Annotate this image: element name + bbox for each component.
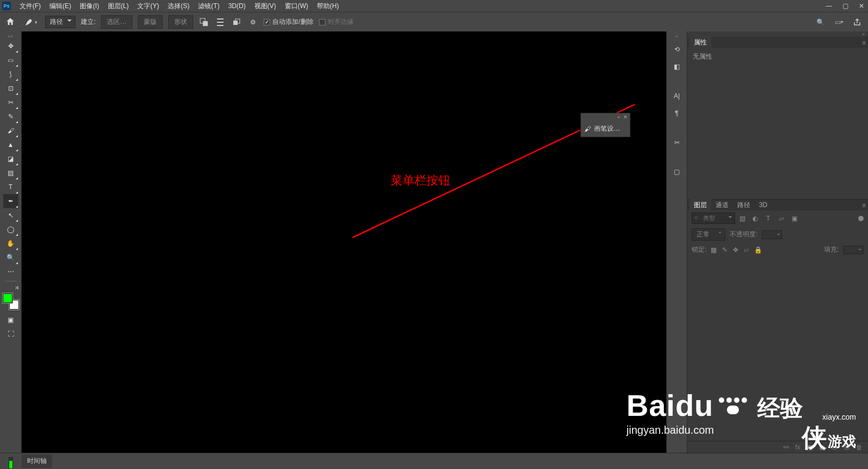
- filter-adjust-icon[interactable]: ◐: [751, 215, 759, 222]
- quick-mask-button[interactable]: ▣: [3, 313, 18, 327]
- move-tool[interactable]: ✥: [3, 39, 18, 53]
- 3d-tab[interactable]: 3D: [755, 200, 771, 210]
- menu-filter[interactable]: 滤镜(T): [194, 0, 224, 12]
- make-mask-button[interactable]: 蒙版: [138, 15, 163, 29]
- swap-colors-icon[interactable]: ⤭: [3, 284, 19, 291]
- layer-kind-filter[interactable]: 类型: [692, 213, 735, 224]
- maximize-button[interactable]: ▢: [841, 2, 850, 10]
- close-button[interactable]: ✕: [857, 2, 866, 10]
- tool-preset-picker[interactable]: ▾: [22, 16, 40, 28]
- quick-select-tool[interactable]: ⊡: [3, 81, 18, 95]
- path-operations-icon[interactable]: [199, 17, 209, 28]
- layer-style-icon[interactable]: fx: [795, 444, 800, 451]
- timeline-tab[interactable]: 时间轴: [22, 454, 52, 468]
- filter-pixel-icon[interactable]: ▧: [738, 215, 746, 222]
- strip-collapse-grip[interactable]: »: [675, 34, 678, 39]
- layer-group-icon[interactable]: 🗀: [831, 444, 838, 451]
- path-select-tool[interactable]: ↖: [3, 208, 18, 222]
- delete-layer-icon[interactable]: 🗑: [856, 444, 863, 451]
- layers-tab[interactable]: 图层: [690, 199, 711, 211]
- pen-tool[interactable]: ✒: [3, 194, 18, 208]
- channels-tab[interactable]: 通道: [711, 199, 733, 211]
- fill-input[interactable]: [843, 246, 864, 254]
- lock-all-icon[interactable]: 🔒: [754, 246, 762, 254]
- opacity-input[interactable]: [762, 230, 782, 239]
- menu-edit[interactable]: 编辑(E): [45, 0, 75, 12]
- menu-image[interactable]: 图像(I): [75, 0, 103, 12]
- crop-tool[interactable]: ✂: [3, 95, 18, 110]
- panel-menu-icon[interactable]: ≡: [862, 202, 866, 209]
- eyedropper-tool[interactable]: ✎: [3, 110, 18, 124]
- search-icon[interactable]: 🔍: [815, 17, 826, 28]
- path-arrangement-icon[interactable]: [231, 17, 242, 28]
- edit-toolbar-button[interactable]: ⋯: [3, 265, 18, 279]
- menu-view[interactable]: 视图(V): [250, 0, 280, 12]
- color-swatches[interactable]: [3, 293, 19, 310]
- character-icon[interactable]: A|: [670, 89, 684, 103]
- blend-mode-select[interactable]: 正常: [692, 228, 725, 241]
- stamp-tool[interactable]: ▲: [3, 138, 18, 152]
- brush-tool[interactable]: 🖌: [3, 124, 18, 138]
- adjustment-layer-icon[interactable]: ◐: [819, 444, 825, 451]
- adjustments-icon[interactable]: ◧: [670, 60, 684, 74]
- no-properties-text: 无属性: [693, 53, 712, 60]
- gear-icon[interactable]: ⚙: [247, 17, 258, 28]
- lock-pixels-icon[interactable]: ✎: [722, 246, 727, 254]
- collapse-icon[interactable]: »: [617, 114, 620, 120]
- link-layers-icon[interactable]: ⚯: [783, 444, 789, 451]
- auto-add-delete-checkbox[interactable]: 自动添加/删除: [264, 17, 313, 27]
- lasso-tool[interactable]: ⟆: [3, 67, 18, 81]
- make-selection-button[interactable]: 选区…: [101, 15, 132, 29]
- path-alignment-icon[interactable]: [215, 17, 226, 28]
- brush-panel-header[interactable]: »✕: [581, 113, 630, 121]
- tool-mode-select[interactable]: 路径: [45, 16, 75, 28]
- filter-shape-icon[interactable]: ▱: [777, 215, 785, 222]
- canvas-area[interactable]: 菜单栏按钮 »✕ 🖌 画笔设…: [22, 31, 666, 453]
- ellipse-tool[interactable]: ◯: [3, 222, 18, 236]
- make-shape-button[interactable]: 形状: [168, 15, 193, 29]
- new-layer-icon[interactable]: ⊞: [844, 444, 850, 451]
- history-icon[interactable]: ⟲: [670, 42, 684, 56]
- layers-list[interactable]: [687, 256, 868, 441]
- menu-3d[interactable]: 3D(D): [224, 1, 250, 11]
- marquee-tool[interactable]: ▭: [3, 53, 18, 67]
- paragraph-icon[interactable]: ¶: [670, 106, 684, 120]
- screen-mode-button[interactable]: ⛶: [3, 327, 18, 341]
- panels-collapse-grip[interactable]: »: [687, 31, 868, 37]
- brush-settings-panel[interactable]: »✕ 🖌 画笔设…: [580, 113, 630, 137]
- libraries-icon[interactable]: ▢: [670, 165, 684, 179]
- brush-settings-item[interactable]: 🖌 画笔设…: [581, 121, 630, 137]
- eraser-tool[interactable]: ◪: [3, 152, 18, 166]
- menu-file[interactable]: 文件(F): [15, 0, 45, 12]
- type-tool[interactable]: T: [3, 180, 18, 194]
- align-edges-checkbox[interactable]: 对齐边缘: [319, 17, 354, 27]
- menu-type[interactable]: 文字(Y): [133, 0, 163, 12]
- menu-layer[interactable]: 图层(L): [104, 0, 133, 12]
- filter-toggle[interactable]: [858, 216, 864, 221]
- menu-window[interactable]: 窗口(W): [280, 0, 312, 12]
- filter-smart-icon[interactable]: ▣: [790, 215, 798, 222]
- filter-type-icon[interactable]: T: [764, 215, 772, 222]
- tools-icon[interactable]: ✂: [670, 136, 684, 150]
- lock-transparency-icon[interactable]: ▩: [711, 246, 717, 254]
- workspace-switcher-icon[interactable]: ▭ ▾: [833, 17, 844, 28]
- panel-menu-icon[interactable]: ≡: [862, 39, 866, 47]
- zoom-tool[interactable]: 🔍: [3, 250, 18, 265]
- lock-position-icon[interactable]: ✥: [733, 246, 738, 254]
- home-button[interactable]: [5, 17, 16, 28]
- paths-tab[interactable]: 路径: [733, 199, 755, 211]
- minimize-button[interactable]: —: [825, 2, 833, 10]
- brush-settings-label: 画笔设…: [594, 124, 620, 133]
- menu-select[interactable]: 选择(S): [163, 0, 194, 12]
- close-icon[interactable]: ✕: [623, 114, 628, 120]
- properties-tab[interactable]: 属性: [690, 36, 711, 49]
- layer-mask-icon[interactable]: ◩: [807, 444, 813, 451]
- toolbar-collapse-grip[interactable]: ««: [0, 34, 21, 39]
- hand-tool[interactable]: ✋: [3, 236, 18, 250]
- menu-help[interactable]: 帮助(H): [312, 0, 343, 12]
- share-icon[interactable]: [852, 17, 863, 28]
- document-canvas[interactable]: [22, 31, 666, 453]
- lock-artboard-icon[interactable]: ▱: [744, 246, 749, 254]
- gradient-tool[interactable]: ▤: [3, 166, 18, 180]
- foreground-color[interactable]: [3, 293, 12, 303]
